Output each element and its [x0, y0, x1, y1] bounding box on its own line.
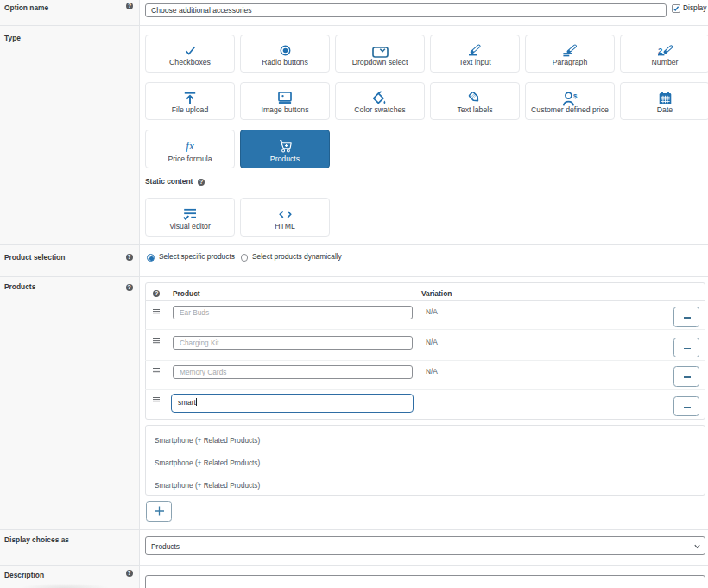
svg-text:fx: fx	[186, 139, 194, 152]
svg-text:2: 2	[658, 46, 662, 55]
svg-text:$: $	[572, 92, 577, 100]
